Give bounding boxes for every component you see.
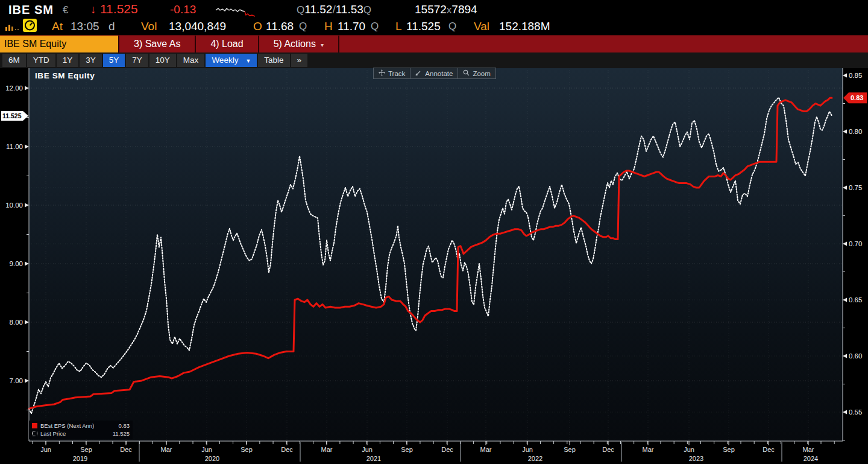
- bid-size: 15572: [415, 3, 447, 16]
- open-label: O: [253, 20, 262, 33]
- weekly-dropdown-caret-icon: ▼: [245, 58, 251, 64]
- tab-table[interactable]: Table: [258, 54, 289, 67]
- x-axis-year-label: 2024: [804, 455, 818, 462]
- track-icon: [379, 69, 388, 77]
- open-value: 11.68: [266, 20, 294, 33]
- x-axis-month-label: Sep: [80, 446, 92, 453]
- currency-label: €: [63, 4, 68, 16]
- at-label: At: [52, 20, 63, 33]
- security-header: IBE SM € ↓ 11.525 -0.13 Q11.52/11.53Q 15…: [0, 0, 868, 35]
- x-axis-month-label: Jun: [684, 446, 694, 453]
- tab-5y[interactable]: 5Y: [103, 54, 125, 67]
- right-axis-label: 0.55: [849, 408, 862, 416]
- value-traded: 152.188M: [499, 20, 550, 33]
- quote-time: 13:05: [71, 20, 99, 33]
- tab-1y[interactable]: 1Y: [57, 54, 79, 67]
- bid-price: 11.52: [304, 3, 332, 16]
- tab-weekly[interactable]: Weekly▼: [206, 54, 257, 67]
- volume-value: 13,040,849: [169, 20, 226, 33]
- bloomberg-terminal: 12.0011.0010.009.008.007.000.850.800.750…: [0, 0, 868, 464]
- high-value: 11.70: [338, 20, 365, 33]
- x-axis-month-label: Sep: [401, 446, 413, 453]
- bid-ask-quote: Q11.52/11.53Q: [297, 3, 371, 16]
- actions-button[interactable]: 5) Actions▾: [258, 36, 339, 52]
- vol-label: Vol: [141, 20, 157, 33]
- left-axis-label: 11.00: [6, 143, 23, 150]
- save-as-button[interactable]: 3) Save As: [118, 36, 195, 52]
- zoom-icon: [463, 69, 473, 77]
- dropdown-caret-icon: ▾: [321, 42, 324, 48]
- x-axis-month-label: Jun: [362, 446, 373, 453]
- annotate-button[interactable]: Annotate: [410, 68, 458, 79]
- svg-text:0.83: 0.83: [851, 94, 863, 101]
- left-axis-label: 10.00: [5, 202, 23, 209]
- right-axis-label: 0.65: [849, 296, 862, 304]
- left-axis-label: 12.00: [5, 84, 23, 92]
- x-axis-month-label: Mar: [803, 446, 814, 453]
- ticker-input[interactable]: IBE SM Equity: [0, 36, 118, 52]
- actions-label: 5) Actions: [274, 39, 316, 49]
- tab-max[interactable]: Max: [177, 54, 205, 67]
- legend-value: 0.83: [119, 422, 130, 429]
- command-bar: IBE SM Equity 3) Save As 4) Load 5) Acti…: [0, 35, 868, 52]
- x-axis-month-label: Jun: [40, 446, 51, 453]
- legend-swatch-dotted: [32, 431, 37, 436]
- annotate-label: Annotate: [425, 70, 453, 77]
- legend-item: Last Price11.525: [32, 430, 130, 437]
- left-axis-label: 7.00: [10, 377, 23, 384]
- tab-6m[interactable]: 6M: [2, 54, 26, 67]
- x-axis-month-label: Sep: [564, 446, 576, 453]
- x-axis-month-label: Dec: [763, 446, 775, 453]
- chart-toolbar: TrackAnnotateZoom: [374, 68, 496, 79]
- tab-10y[interactable]: 10Y: [149, 54, 176, 67]
- legend-item: BEst EPS (Next Ann)0.83: [32, 422, 130, 430]
- x-axis-year-label: 2022: [528, 455, 542, 462]
- x-axis-month-label: Dec: [602, 446, 614, 453]
- x-axis-month-label: Dec: [441, 446, 453, 453]
- gauge-icon[interactable]: [23, 19, 37, 32]
- left-axis-label: 8.00: [10, 319, 23, 326]
- ask-q-flag: Q: [363, 4, 371, 16]
- right-axis-label: 0.75: [849, 184, 862, 191]
- ticker-symbol: IBE SM: [8, 3, 54, 17]
- low-value: 11.525: [406, 20, 441, 33]
- x-axis-month-label: Dec: [281, 446, 293, 453]
- intraday-sparkline: [215, 3, 257, 17]
- ask-size: 7894: [451, 3, 477, 16]
- chart-security-title: IBE SM Equity: [35, 71, 95, 80]
- x-axis-month-label: Jun: [201, 446, 212, 453]
- right-axis-label: 0.85: [849, 72, 862, 79]
- x-axis-year-label: 2019: [73, 455, 87, 462]
- x-axis-year-label: 2020: [205, 455, 219, 462]
- down-arrow-icon: ↓: [90, 3, 96, 16]
- x-axis-month-label: Sep: [723, 446, 735, 453]
- x-axis-month-label: Mar: [321, 446, 333, 453]
- zoom-button[interactable]: Zoom: [458, 68, 495, 79]
- last-price: 11.525: [100, 2, 138, 16]
- low-label: L: [395, 20, 402, 33]
- last-price-tag: 11.525: [1, 111, 28, 121]
- plot-area[interactable]: [29, 68, 843, 441]
- tab-3y[interactable]: 3Y: [80, 54, 102, 67]
- tab-ytd[interactable]: YTD: [27, 54, 55, 67]
- x-axis-month-label: Mar: [161, 446, 172, 453]
- right-axis-label: 0.80: [849, 128, 862, 135]
- load-button[interactable]: 4) Load: [195, 36, 257, 52]
- tab-[interactable]: »: [291, 54, 308, 67]
- mini-bars-icon[interactable]: [5, 20, 19, 32]
- x-axis-month-label: Sep: [241, 446, 253, 453]
- zoom-label: Zoom: [473, 70, 490, 77]
- tab-7y[interactable]: 7Y: [126, 54, 148, 67]
- x-axis-month-label: Mar: [480, 446, 492, 453]
- x-axis-year-label: 2021: [366, 455, 381, 462]
- right-axis-label: 0.60: [849, 352, 862, 360]
- low-q-flag: Q: [448, 21, 456, 33]
- track-label: Track: [388, 70, 405, 77]
- x-axis-month-label: Jun: [522, 446, 533, 453]
- session-flag: d: [108, 20, 115, 33]
- ask-price: 11.53: [336, 3, 363, 16]
- track-button[interactable]: Track: [373, 68, 410, 79]
- left-axis-label: 9.00: [10, 260, 23, 267]
- legend-label: BEst EPS (Next Ann): [40, 422, 119, 429]
- x-axis-month-label: Dec: [120, 446, 132, 453]
